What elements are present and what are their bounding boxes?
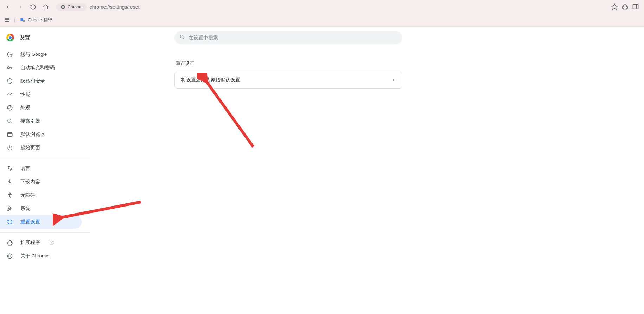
- sidebar-item-label: 自动填充和密码: [20, 65, 55, 71]
- sidebar-item-system[interactable]: 系统: [0, 202, 82, 215]
- sidebar-item-about[interactable]: 关于 Chrome: [0, 249, 82, 263]
- sidebar-item-extensions[interactable]: 扩展程序: [0, 236, 82, 249]
- home-button[interactable]: [41, 2, 51, 12]
- site-chip-label: Chrome: [68, 5, 83, 9]
- sidebar-item-autofill[interactable]: 自动填充和密码: [0, 61, 82, 74]
- site-chip[interactable]: Chrome: [56, 3, 87, 11]
- svg-rect-12: [7, 133, 12, 137]
- svg-point-7: [7, 105, 12, 110]
- sidebar-item-label: 您与 Google: [20, 51, 47, 58]
- address-bar[interactable]: Chrome chrome://settings/reset: [56, 3, 608, 11]
- puzzle-icon: [6, 240, 13, 246]
- svg-point-17: [180, 35, 183, 38]
- settings-main: 重置设置 将设置还原为原始默认设置: [90, 27, 644, 314]
- google-g-icon: [6, 51, 13, 58]
- reset-icon: [6, 219, 13, 225]
- external-link-icon: [49, 240, 54, 245]
- shield-icon: [6, 78, 13, 84]
- browser-toolbar: Chrome chrome://settings/reset: [0, 0, 644, 14]
- apps-icon: [5, 18, 9, 22]
- url-text: chrome://settings/reset: [90, 4, 140, 10]
- side-panel-icon[interactable]: [632, 3, 639, 11]
- sidebar-item-label: 下载内容: [20, 179, 40, 185]
- sidebar-item-downloads[interactable]: 下载内容: [0, 175, 82, 189]
- sidebar-item-label: 无障碍: [20, 192, 35, 198]
- sidebar-item-label: 隐私和安全: [20, 78, 45, 84]
- search-icon: [6, 118, 13, 124]
- chevron-right-icon: [392, 78, 396, 83]
- chrome-icon: [6, 253, 13, 259]
- sidebar-item-label: 语言: [20, 165, 30, 172]
- svg-point-14: [9, 193, 11, 194]
- svg-point-16: [9, 255, 11, 257]
- sidebar-item-label: 性能: [20, 91, 30, 98]
- settings-page: 设置 您与 Google 自动填充和密码 隐私和安全 性能 外观: [0, 27, 644, 314]
- bookmarks-separator: |: [14, 18, 15, 23]
- sidebar-item-label: 关于 Chrome: [20, 253, 49, 259]
- forward-button[interactable]: [15, 2, 25, 12]
- reset-card: 将设置还原为原始默认设置: [174, 72, 402, 89]
- bookmark-google-translate[interactable]: Google 翻译: [20, 17, 52, 23]
- search-icon: [179, 34, 185, 41]
- power-icon: [6, 145, 13, 151]
- speedometer-icon: [6, 91, 13, 98]
- svg-point-6: [7, 67, 9, 69]
- sidebar-item-search-engine[interactable]: 搜索引擎: [0, 115, 82, 128]
- translate-icon: [20, 18, 26, 23]
- sidebar-item-label: 重置设置: [20, 219, 40, 225]
- sidebar-item-on-startup[interactable]: 起始页面: [0, 141, 82, 155]
- svg-point-1: [62, 6, 64, 8]
- sidebar-item-label: 起始页面: [20, 145, 40, 151]
- download-icon: [6, 179, 13, 185]
- sidebar-item-label: 扩展程序: [20, 240, 40, 246]
- sidebar-item-appearance[interactable]: 外观: [0, 101, 82, 115]
- svg-point-9: [10, 107, 11, 107]
- sidebar-item-reset[interactable]: 重置设置: [0, 215, 82, 229]
- restore-defaults-label: 将设置还原为原始默认设置: [181, 77, 240, 83]
- search-input[interactable]: [174, 31, 402, 44]
- chrome-logo-icon: [6, 34, 14, 41]
- sidebar-item-languages[interactable]: 语言: [0, 162, 82, 175]
- sidebar-divider: [0, 232, 90, 233]
- sidebar-item-label: 外观: [20, 105, 30, 111]
- key-icon: [6, 65, 13, 71]
- svg-rect-2: [633, 4, 638, 9]
- bookmarks-bar: | Google 翻译: [0, 14, 644, 27]
- reload-button[interactable]: [28, 2, 38, 12]
- palette-icon: [6, 105, 13, 111]
- page-title: 设置: [19, 34, 30, 41]
- svg-rect-5: [23, 20, 25, 22]
- svg-point-11: [8, 119, 11, 122]
- sidebar-item-privacy[interactable]: 隐私和安全: [0, 74, 82, 88]
- svg-point-10: [9, 108, 9, 109]
- sidebar-item-you-and-google[interactable]: 您与 Google: [0, 48, 82, 61]
- translate-icon: [6, 165, 13, 172]
- sidebar-item-accessibility[interactable]: 无障碍: [0, 189, 82, 202]
- apps-shortcut[interactable]: [5, 18, 9, 22]
- sidebar-item-label: 默认浏览器: [20, 131, 45, 138]
- sidebar-item-performance[interactable]: 性能: [0, 88, 82, 101]
- bookmark-star-icon[interactable]: [611, 3, 618, 11]
- settings-sidebar: 设置 您与 Google 自动填充和密码 隐私和安全 性能 外观: [0, 27, 90, 314]
- section-heading: 重置设置: [176, 60, 402, 67]
- sidebar-item-default-browser[interactable]: 默认浏览器: [0, 128, 82, 141]
- wrench-icon: [6, 205, 13, 212]
- restore-defaults-row[interactable]: 将设置还原为原始默认设置: [175, 72, 402, 88]
- back-button[interactable]: [3, 2, 13, 12]
- svg-point-15: [7, 254, 12, 259]
- settings-search[interactable]: [174, 31, 402, 44]
- accessibility-icon: [6, 192, 13, 198]
- sidebar-item-label: 系统: [20, 205, 30, 212]
- bookmark-label: Google 翻译: [28, 17, 52, 23]
- browser-icon: [6, 131, 13, 138]
- sidebar-header: 设置: [0, 31, 90, 48]
- sidebar-divider: [0, 158, 90, 158]
- extensions-icon[interactable]: [621, 3, 629, 11]
- sidebar-item-label: 搜索引擎: [20, 118, 40, 124]
- svg-point-8: [9, 107, 9, 107]
